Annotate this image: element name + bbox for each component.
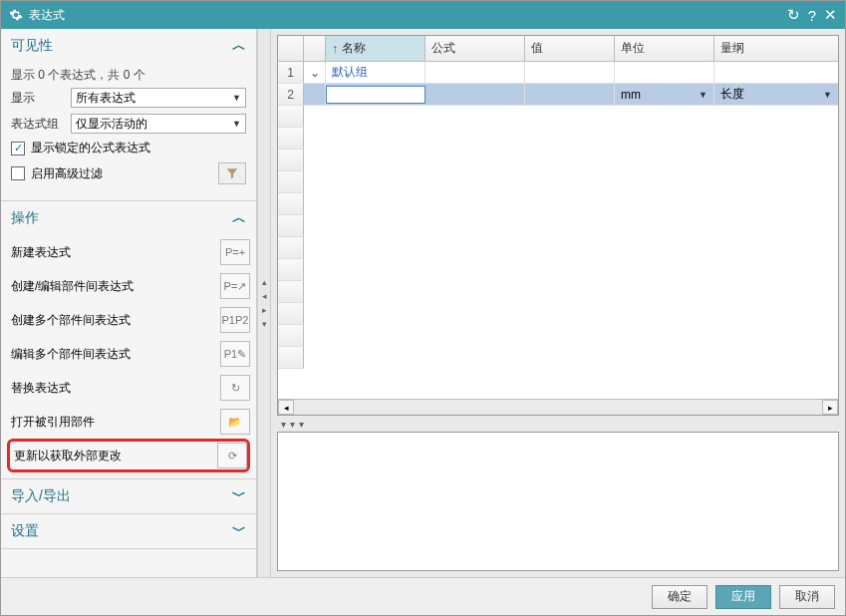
cell-dim-dropdown[interactable]: 长度 ▼ [714,84,838,105]
cell-unit[interactable] [615,62,714,83]
action-create-multi-interpart[interactable]: 创建多个部件间表达式 P1P2 [7,303,250,337]
table-header: ↑ 名称 公式 值 单位 量纲 [278,36,838,62]
sidebar: 可见性 ︿ 显示 0 个表达式，共 0 个 显示 所有表达式 ▼ 表达式组 仅显… [1,29,257,577]
help-icon[interactable]: ? [808,7,816,24]
sort-arrow-icon: ↑ [332,42,338,56]
action-new-expression[interactable]: 新建表达式 P=+ [7,235,250,269]
showlocked-checkbox[interactable]: ✓ 显示锁定的公式表达式 [11,140,246,156]
section-io: 导入/导出 ﹀ [1,479,256,514]
show-label: 显示 [11,90,71,107]
reset-icon[interactable]: ↻ [787,6,800,24]
section-visibility: 可见性 ︿ 显示 0 个表达式，共 0 个 显示 所有表达式 ▼ 表达式组 仅显… [1,29,256,201]
chevron-down-icon: ▾ [299,419,304,430]
ok-button[interactable]: 确定 [652,585,707,609]
expand-icon[interactable]: ⌄ [304,62,326,83]
section-header-visibility[interactable]: 可见性 ︿ [1,29,256,63]
close-icon[interactable]: ✕ [824,6,837,24]
cell-value[interactable] [525,62,615,83]
chevron-down-icon: ▾ [281,419,286,430]
col-unit[interactable]: 单位 [615,36,714,61]
section-settings: 设置 ﹀ [1,514,256,549]
show-dropdown[interactable]: 所有表达式 ▼ [71,88,246,108]
triangle-left-icon: ◂ [262,291,267,301]
col-formula[interactable]: 公式 [425,36,525,61]
scroll-left-icon[interactable]: ◂ [278,400,294,415]
triangle-down-icon: ▾ [262,319,267,329]
cell-name[interactable]: 默认组 [326,62,425,83]
action-update-external-changes[interactable]: 更新以获取外部更改 ⟳ [7,439,250,472]
visibility-status: 显示 0 个表达式，共 0 个 [11,67,246,84]
funnel-icon [225,166,239,180]
open-referenced-icon: 📂 [220,409,250,435]
apply-button[interactable]: 应用 [715,585,771,609]
triangle-right-icon: ▸ [262,305,267,315]
section-header-settings[interactable]: 设置 ﹀ [1,514,256,548]
horizontal-scrollbar[interactable]: ◂ ▸ [278,399,838,415]
group-label: 表达式组 [11,116,71,133]
expressions-table: ↑ 名称 公式 值 单位 量纲 1 ⌄ 默认组 [277,35,839,416]
chevron-down-icon: ▼ [823,90,832,100]
col-name[interactable]: ↑ 名称 [326,36,425,61]
table-row[interactable]: 2 mm ▼ 长度 ▼ [278,84,838,106]
cell-dim[interactable] [714,62,838,83]
gear-icon [9,8,23,22]
interpart-icon: P=↗ [220,273,250,299]
section-header-actions[interactable]: 操作 ︿ [1,201,256,235]
chevron-down-icon: ▼ [232,93,241,103]
chevron-up-icon: ︿ [232,37,246,55]
col-rownum[interactable] [278,36,304,61]
checkbox-checked-icon: ✓ [11,142,25,155]
action-open-referenced-parts[interactable]: 打开被引用部件 📂 [7,405,250,439]
expand-icon[interactable] [304,84,326,105]
chevron-up-icon: ︿ [232,209,246,227]
filter-button[interactable] [218,162,246,184]
cell-formula[interactable] [425,84,525,105]
action-replace-expression[interactable]: 替换表达式 ↻ [7,371,250,405]
new-expression-icon: P=+ [220,239,250,265]
checkbox-unchecked-icon [11,166,25,180]
chevron-down-icon: ﹀ [232,487,246,505]
cell-name-input[interactable] [326,86,425,104]
titlebar: 表达式 ↻ ? ✕ [1,1,845,29]
cell-formula[interactable] [425,62,525,83]
multi-interpart-icon: P1P2 [220,307,250,333]
table-body: 1 ⌄ 默认组 2 mm ▼ [278,62,838,399]
col-dimension[interactable]: 量纲 [714,36,838,61]
action-create-edit-interpart[interactable]: 创建/编辑部件间表达式 P=↗ [7,269,250,303]
notes-area[interactable] [277,432,839,571]
table-row[interactable]: 1 ⌄ 默认组 [278,62,838,84]
col-expand[interactable] [304,36,326,61]
chevron-down-icon: ﹀ [232,522,246,540]
footer: 确定 应用 取消 [1,577,845,615]
edit-multi-icon: P1✎ [220,341,250,367]
scroll-right-icon[interactable]: ▸ [822,400,838,415]
cell-value[interactable] [525,84,615,105]
replace-icon: ↻ [220,375,250,401]
section-header-io[interactable]: 导入/导出 ﹀ [1,479,256,513]
window-title: 表达式 [29,7,65,24]
col-value[interactable]: 值 [525,36,615,61]
chevron-down-icon: ▼ [232,119,241,129]
triangle-left-icon: ▴ [262,277,267,287]
group-dropdown[interactable]: 仅显示活动的 ▼ [71,114,246,134]
section-actions: 操作 ︿ 新建表达式 P=+ 创建/编辑部件间表达式 P=↗ 创建多个部件间表达… [1,201,256,479]
action-edit-multi-interpart[interactable]: 编辑多个部件间表达式 P1✎ [7,337,250,371]
chevron-down-icon: ▼ [699,90,707,100]
notes-dropdown-handle[interactable]: ▾ ▾ ▾ [277,416,839,432]
panel-splitter[interactable]: ▴ ◂ ▸ ▾ [257,29,271,577]
enablefilter-checkbox[interactable]: 启用高级过滤 [11,165,103,182]
content-area: ↑ 名称 公式 值 单位 量纲 1 ⌄ 默认组 [271,29,845,577]
chevron-down-icon: ▾ [290,419,295,430]
cell-unit-dropdown[interactable]: mm ▼ [615,84,714,105]
update-icon: ⟳ [217,443,247,468]
cancel-button[interactable]: 取消 [779,585,835,609]
